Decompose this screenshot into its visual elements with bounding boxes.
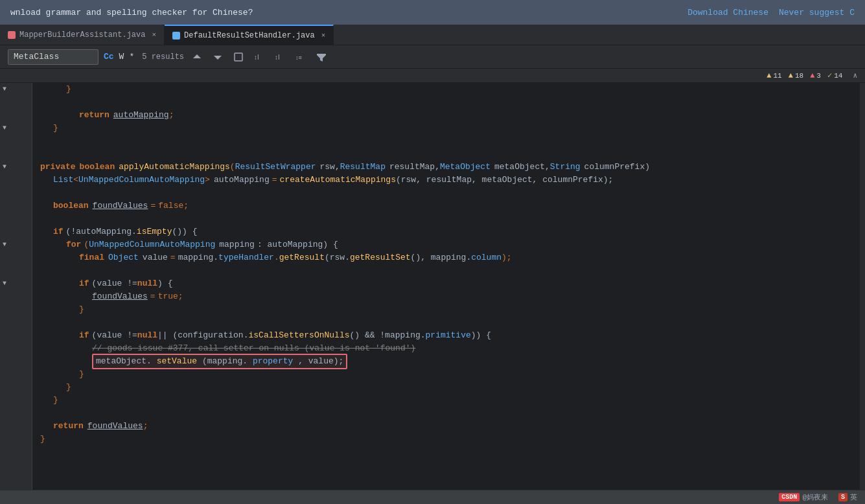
line-num-26 xyxy=(0,407,28,420)
tab-bar: MapperBuilderAssistant.java × DefaultRes… xyxy=(0,25,865,45)
info-icon: ▲ xyxy=(810,71,814,80)
line-num-7: ▼ xyxy=(0,161,28,174)
search-input[interactable] xyxy=(8,49,98,65)
lang-status: S 英 xyxy=(838,492,857,502)
line-num-25 xyxy=(0,394,28,407)
line-num-11 xyxy=(0,212,28,225)
code-line-4: } xyxy=(40,122,860,135)
line-num-14 xyxy=(0,251,28,264)
tab-file-icon-mapper xyxy=(8,31,16,39)
never-suggest-link[interactable]: Never suggest C xyxy=(779,8,855,17)
tab-label-mapper: MapperBuilderAssistant.java xyxy=(19,30,145,40)
line-num-28 xyxy=(0,433,28,446)
code-line-14: final Object value = mapping. typeHandle… xyxy=(40,251,860,264)
line-num-9 xyxy=(0,187,28,200)
code-line-1: } xyxy=(40,83,860,96)
search-option3-btn[interactable]: ↕≡ xyxy=(293,51,308,63)
search-option2-btn[interactable]: ↕I xyxy=(272,51,288,63)
info-count: 3 xyxy=(816,72,821,80)
notification-text: wnload grammar and spelling checker for … xyxy=(10,8,253,17)
s-badge: S xyxy=(838,493,848,501)
line-num-8 xyxy=(0,174,28,187)
code-line-5 xyxy=(40,135,860,148)
line-num-27 xyxy=(0,420,28,433)
code-line-27: return foundValues ; xyxy=(40,420,860,433)
code-line-7: private boolean applyAutomaticMappings (… xyxy=(40,161,860,174)
code-line-21: // goods issue #377, call setter on null… xyxy=(40,342,860,355)
code-line-26 xyxy=(40,407,860,420)
tab-close-default[interactable]: × xyxy=(321,32,326,40)
line-num-5 xyxy=(0,135,28,148)
line-num-20 xyxy=(0,329,28,342)
line-num-22 xyxy=(0,355,28,368)
search-case-sensitive[interactable]: Cc xyxy=(104,52,114,62)
code-line-13: for ( UnMappedColumnAutoMapping mapping … xyxy=(40,238,860,251)
error-triangle-icon: ▲ xyxy=(767,71,771,80)
highlighted-code-box: metaObject. setValue (mapping. property … xyxy=(92,354,347,369)
code-line-10: boolean foundValues = false ; xyxy=(40,200,860,212)
csdn-status: CSDN @妈夜来 xyxy=(779,492,828,502)
svg-rect-0 xyxy=(235,53,242,61)
tab-mapperbuilder[interactable]: MapperBuilderAssistant.java × xyxy=(0,25,165,45)
status-bar: CSDN @妈夜来 S 英 xyxy=(0,490,865,504)
code-area[interactable]: } return autoMapping ; } private boolean… xyxy=(32,83,860,490)
tab-label-default: DefaultResultSetHandler.java xyxy=(184,31,315,40)
line-num-21 xyxy=(0,342,28,355)
line-num-19 xyxy=(0,316,28,329)
tab-defaultresult[interactable]: DefaultResultSetHandler.java × xyxy=(165,25,334,45)
error-count: 11 xyxy=(774,72,782,80)
line-number-gutter: ▼ ▼ ▼ ▼ ▼ xyxy=(0,83,32,490)
line-num-3 xyxy=(0,109,28,122)
warning-collapse-btn[interactable]: ∧ xyxy=(853,71,857,80)
code-line-16: if (value != null ) { xyxy=(40,277,860,290)
line-num-15 xyxy=(0,264,28,277)
code-line-28: } xyxy=(40,433,860,446)
code-line-23: } xyxy=(40,368,860,381)
code-line-11 xyxy=(40,212,860,225)
check-icon: ✓ xyxy=(827,71,832,80)
line-num-17 xyxy=(0,290,28,303)
right-margin-scrollbar xyxy=(860,83,865,490)
download-chinese-link[interactable]: Download Chinese xyxy=(687,8,768,17)
info-badge: ▲ 3 xyxy=(810,71,821,80)
csdn-username: @妈夜来 xyxy=(802,492,828,502)
code-line-9 xyxy=(40,187,860,200)
code-line-19 xyxy=(40,316,860,329)
error-badge: ▲ 11 xyxy=(767,71,781,80)
code-line-18: } xyxy=(40,303,860,316)
code-line-2 xyxy=(40,96,860,109)
code-line-17: foundValues = true ; xyxy=(40,290,860,303)
svg-text:↕≡: ↕≡ xyxy=(295,54,302,61)
code-line-3: return autoMapping ; xyxy=(40,109,860,122)
warning-bar: ▲ 11 ▲ 18 ▲ 3 ✓ 14 ∧ xyxy=(0,69,865,83)
search-filter-btn[interactable] xyxy=(314,51,329,63)
search-prev-btn[interactable] xyxy=(189,51,205,63)
line-num-1: ▼ xyxy=(0,83,28,96)
line-num-12 xyxy=(0,225,28,238)
line-num-4: ▼ xyxy=(0,122,28,135)
search-next-btn[interactable] xyxy=(210,51,225,63)
line-num-24 xyxy=(0,381,28,394)
line-num-23 xyxy=(0,368,28,381)
line-num-2 xyxy=(0,96,28,109)
code-line-12: if (!autoMapping. isEmpty ()) { xyxy=(40,225,860,238)
search-expand-btn[interactable] xyxy=(231,51,246,63)
search-results-count: 5 results xyxy=(142,52,184,62)
search-option1-btn[interactable]: ↕I xyxy=(251,51,267,63)
code-line-20: if (value != null || (configuration. isC… xyxy=(40,329,860,342)
line-num-10 xyxy=(0,200,28,212)
line-num-6 xyxy=(0,148,28,161)
check-badge: ✓ 14 xyxy=(827,71,842,80)
code-line-25: } xyxy=(40,394,860,407)
check-count: 14 xyxy=(834,72,842,80)
tab-close-mapper[interactable]: × xyxy=(152,31,156,39)
search-regex[interactable]: * xyxy=(129,52,134,62)
code-line-22: metaObject. setValue (mapping. property … xyxy=(40,355,860,368)
notification-bar: wnload grammar and spelling checker for … xyxy=(0,0,865,25)
code-line-24: } xyxy=(40,381,860,394)
line-num-18 xyxy=(0,303,28,316)
code-line-8: List < UnMappedColumnAutoMapping > autoM… xyxy=(40,174,860,187)
line-num-13: ▼ xyxy=(0,238,28,251)
search-whole-word[interactable]: W xyxy=(119,52,124,62)
warn-count: 18 xyxy=(795,72,803,80)
